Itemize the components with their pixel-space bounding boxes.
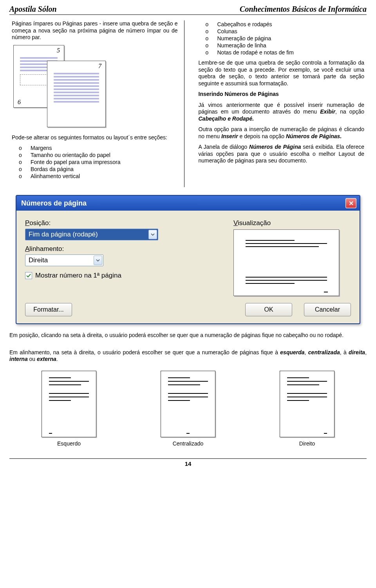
page-numbers-dialog: Números de página ✕ Posição: Fim da pági… [16, 195, 360, 324]
preview-box [233, 229, 339, 296]
dialog-right-panel: Visualização [233, 218, 351, 296]
list-item: Notas de rodapé e notas de fim [206, 49, 365, 56]
left-column: Páginas ímpares ou Páginas pares - inser… [9, 20, 184, 187]
right-para-3: Outra opção para a inserção de numeração… [199, 126, 365, 140]
align-right-label: Direito [280, 440, 334, 447]
show-first-page-checkbox[interactable] [25, 272, 32, 279]
insert-page-numbers-heading: Inserindo Números de Páginas [199, 91, 365, 98]
show-first-page-checkbox-row: Mostrar número na 1ª página [25, 272, 222, 280]
page-number-footer: 14 [9, 458, 367, 467]
align-right-page [280, 371, 334, 437]
right-para-2: Já vimos anteriormente que é possível in… [199, 102, 365, 123]
checkbox-label: Mostrar número na 1ª página [35, 272, 121, 280]
diagram-page-number: 7 [98, 63, 101, 70]
diagram-page-number: 5 [57, 47, 60, 54]
layouts-list: Margens Tamanho ou orientação do papel F… [12, 145, 178, 179]
diagram-page-7: 7 [47, 61, 106, 127]
dialog-titlebar: Números de página ✕ [16, 196, 360, 211]
left-intro: Páginas ímpares ou Páginas pares - inser… [12, 20, 178, 41]
header-left: Apostila Sólon [9, 5, 57, 14]
align-center-col: Centralizado [161, 371, 215, 447]
posicao-combobox[interactable]: Fim da página (rodapé) [25, 229, 158, 240]
alinhamento-combobox[interactable]: Direita [25, 254, 103, 266]
alinhamento-label: Alinhamento: [25, 245, 222, 253]
alignment-previews: Esquerdo Centralizado Direito [9, 371, 367, 447]
dialog-body: Posição: Fim da página (rodapé) Alinhame… [16, 211, 360, 303]
checkmark-icon [26, 273, 31, 278]
list-item: Cabeçalhos e rodapés [206, 21, 365, 27]
list-item: Numeração de linha [206, 42, 365, 49]
dialog-title-text: Números de página [21, 199, 87, 207]
below-para-2: Em alinhamento, na seta à direita, o usu… [9, 349, 367, 363]
align-right-col: Direito [280, 371, 334, 447]
preview-page-number-mark [324, 292, 328, 292]
posicao-value: Fim da página (rodapé) [29, 231, 98, 238]
ok-button[interactable]: OK [245, 303, 292, 316]
right-top-list: Cabeçalhos e rodapés Colunas Numeração d… [199, 21, 365, 56]
dialog-left-panel: Posição: Fim da página (rodapé) Alinhame… [25, 218, 222, 296]
alinhamento-value: Direita [29, 256, 48, 264]
visualizacao-label: Visualização [233, 219, 351, 227]
list-item: Tamanho ou orientação do papel [19, 152, 178, 158]
layouts-lead: Pode-se alterar os seguintes formatos ou… [12, 134, 178, 141]
list-item: Alinhamento vertical [19, 173, 178, 179]
list-item: Numeração de página [206, 35, 365, 41]
right-para-4: A Janela de diálogo Números de Página se… [199, 144, 365, 164]
list-item: Margens [19, 145, 178, 151]
list-item: Bordas da página [19, 166, 178, 172]
align-left-page [42, 371, 96, 437]
right-para-1: Lembre-se de que uma quebra de seção con… [199, 60, 365, 87]
cancelar-button[interactable]: Cancelar [304, 303, 351, 316]
align-center-label: Centralizado [161, 440, 215, 447]
header-right: Conhecimentos Básicos de Informática [240, 5, 367, 14]
chevron-down-icon [151, 233, 155, 236]
posicao-dropdown-button[interactable] [148, 230, 157, 239]
close-button[interactable]: ✕ [345, 198, 356, 208]
page-header: Apostila Sólon Conhecimentos Básicos de … [9, 5, 367, 15]
right-column: Cabeçalhos e rodapés Colunas Numeração d… [192, 20, 367, 187]
posicao-label: Posição: [25, 219, 222, 227]
dialog-button-row: Formatar... OK Cancelar [16, 303, 360, 323]
below-para-1: Em posição, clicando na seta à direita, … [9, 332, 367, 339]
diagram-page-number: 6 [18, 99, 21, 106]
align-left-col: Esquerdo [42, 371, 96, 447]
close-icon: ✕ [349, 200, 354, 207]
align-left-label: Esquerdo [42, 440, 96, 447]
list-item: Colunas [206, 28, 365, 34]
align-center-page [161, 371, 215, 437]
alinhamento-dropdown-button[interactable] [94, 256, 102, 265]
chevron-down-icon [96, 258, 100, 262]
section-break-diagram: 5 6 7 [12, 45, 114, 127]
list-item: Fonte do papel para uma impressora [19, 159, 178, 165]
two-column-area: Páginas ímpares ou Páginas pares - inser… [9, 20, 367, 187]
formatar-button[interactable]: Formatar... [25, 303, 72, 316]
